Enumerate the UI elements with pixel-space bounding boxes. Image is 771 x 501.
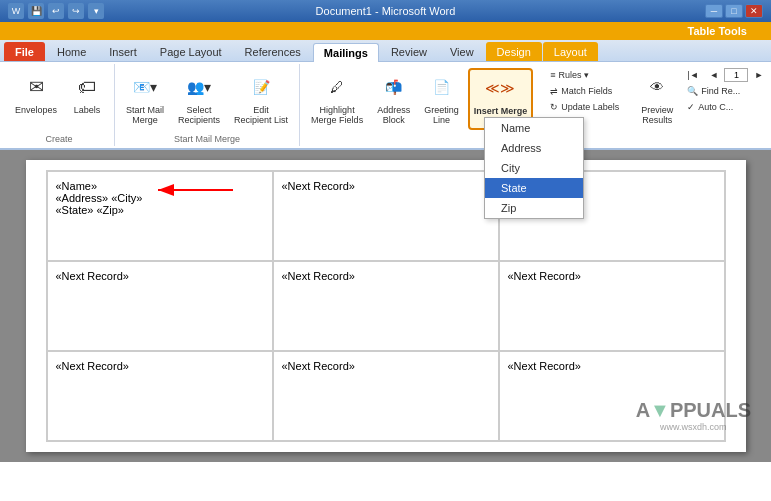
red-arrow	[148, 180, 238, 200]
ribbon-group-start-mail-merge: 📧▾ Start MailMerge 👥▾ SelectRecipients 📝…	[115, 64, 300, 146]
highlight-merge-fields-label: HighlightMerge Fields	[311, 105, 363, 125]
edit-recipient-list-icon: 📝	[245, 71, 277, 103]
next-record-1-1: «Next Record»	[282, 270, 490, 282]
tab-references[interactable]: References	[234, 42, 312, 61]
label-cell-0-0: «Name» «Address» «City» «State» «Zip»	[47, 171, 273, 261]
table-tools-label: Table Tools	[676, 23, 760, 39]
select-recipients-label: SelectRecipients	[178, 105, 220, 125]
tab-design[interactable]: Design	[486, 42, 542, 61]
tab-mailings[interactable]: Mailings	[313, 43, 379, 62]
preview-results-button[interactable]: 👁 PreviewResults	[636, 68, 678, 128]
label-cell-2-0: «Next Record»	[47, 351, 273, 441]
save-icon[interactable]: 💾	[28, 3, 44, 19]
start-mail-merge-buttons: 📧▾ Start MailMerge 👥▾ SelectRecipients 📝…	[121, 66, 293, 132]
label-cell-1-1: «Next Record»	[273, 261, 499, 351]
rules-label: Rules ▾	[559, 70, 590, 80]
start-mail-merge-label: Start MailMerge	[126, 105, 164, 125]
update-labels-label: Update Labels	[561, 102, 619, 112]
first-record-button[interactable]: |◄	[682, 68, 703, 82]
labels-label: Labels	[74, 105, 101, 115]
label-cell-1-0: «Next Record»	[47, 261, 273, 351]
greeting-line-button[interactable]: 📄 GreetingLine	[419, 68, 464, 128]
window-controls: ─ □ ✕	[705, 4, 763, 18]
watermark-url: www.wsxdh.com	[636, 422, 751, 432]
envelopes-button[interactable]: ✉ Envelopes	[10, 68, 62, 118]
ribbon-group-create: ✉ Envelopes 🏷 Labels Create	[4, 64, 115, 146]
rules-button[interactable]: ≡ Rules ▾	[545, 68, 624, 82]
auto-check-button[interactable]: ✓ Auto C...	[682, 100, 771, 114]
greeting-line-icon: 📄	[425, 71, 457, 103]
create-group-label: Create	[46, 132, 73, 144]
select-recipients-icon: 👥▾	[183, 71, 215, 103]
label-cell-0-1: «Next Record»	[273, 171, 499, 261]
start-mail-merge-button[interactable]: 📧▾ Start MailMerge	[121, 68, 169, 128]
prev-record-button[interactable]: ◄	[705, 68, 724, 82]
customize-icon[interactable]: ▾	[88, 3, 104, 19]
address-block-button[interactable]: 📬 AddressBlock	[372, 68, 415, 128]
tab-home[interactable]: Home	[46, 42, 97, 61]
table-tools-bar: Table Tools	[0, 22, 771, 40]
labels-icon: 🏷	[71, 71, 103, 103]
label-grid: «Name» «Address» «City» «State» «Zip» «N…	[46, 170, 726, 442]
undo-icon[interactable]: ↩	[48, 3, 64, 19]
close-button[interactable]: ✕	[745, 4, 763, 18]
start-mail-merge-icon: 📧▾	[129, 71, 161, 103]
tab-review[interactable]: Review	[380, 42, 438, 61]
window-title: Document1 - Microsoft Word	[316, 5, 456, 17]
update-labels-icon: ↻	[550, 102, 558, 112]
next-record-button[interactable]: ►	[749, 68, 768, 82]
right-small-buttons: ≡ Rules ▾ ⇌ Match Fields ↻ Update Labels	[545, 68, 624, 114]
insert-merge-field-dropdown: Name Address City State Zip	[484, 117, 584, 219]
next-record-2-1: «Next Record»	[282, 360, 490, 372]
dropdown-item-city[interactable]: City	[485, 158, 583, 178]
auto-check-icon: ✓	[687, 102, 695, 112]
dropdown-item-address[interactable]: Address	[485, 138, 583, 158]
find-recipient-button[interactable]: 🔍 Find Re...	[682, 84, 771, 98]
preview-results-label: PreviewResults	[641, 105, 673, 125]
match-fields-icon: ⇌	[550, 86, 558, 96]
ribbon-tabs: File Home Insert Page Layout References …	[0, 40, 771, 62]
quick-access-toolbar: W 💾 ↩ ↪ ▾	[8, 3, 104, 19]
next-record-2-0: «Next Record»	[56, 360, 264, 372]
update-labels-button[interactable]: ↻ Update Labels	[545, 100, 624, 114]
address-block-icon: 📬	[378, 71, 410, 103]
document-area: «Name» «Address» «City» «State» «Zip» «N…	[0, 150, 771, 462]
next-record-2-2: «Next Record»	[508, 360, 716, 372]
tab-page-layout[interactable]: Page Layout	[149, 42, 233, 61]
edit-recipient-list-button[interactable]: 📝 EditRecipient List	[229, 68, 293, 128]
next-record-1-2: «Next Record»	[508, 270, 716, 282]
select-recipients-button[interactable]: 👥▾ SelectRecipients	[173, 68, 225, 128]
tab-insert[interactable]: Insert	[98, 42, 148, 61]
address-block-label: AddressBlock	[377, 105, 410, 125]
watermark: A▼PPUALS www.wsxdh.com	[636, 399, 751, 432]
envelopes-icon: ✉	[20, 71, 52, 103]
redo-icon[interactable]: ↪	[68, 3, 84, 19]
envelopes-label: Envelopes	[15, 105, 57, 115]
labels-button[interactable]: 🏷 Labels	[66, 68, 108, 118]
tab-layout[interactable]: Layout	[543, 42, 598, 61]
label-cell-1-2: «Next Record»	[499, 261, 725, 351]
dropdown-item-name[interactable]: Name	[485, 118, 583, 138]
record-nav: |◄ ◄ ► ►|	[682, 68, 771, 82]
edit-recipient-list-label: EditRecipient List	[234, 105, 288, 125]
tab-view[interactable]: View	[439, 42, 485, 61]
create-buttons: ✉ Envelopes 🏷 Labels	[10, 66, 108, 132]
maximize-button[interactable]: □	[725, 4, 743, 18]
start-mail-merge-label: Start Mail Merge	[174, 132, 240, 144]
insert-merge-field-icon: ≪≫	[484, 72, 516, 104]
next-record-1-0: «Next Record»	[56, 270, 264, 282]
match-fields-button[interactable]: ⇌ Match Fields	[545, 84, 624, 98]
greeting-line-label: GreetingLine	[424, 105, 459, 125]
find-icon: 🔍	[687, 86, 698, 96]
record-number-input[interactable]	[724, 68, 748, 82]
minimize-button[interactable]: ─	[705, 4, 723, 18]
dropdown-item-state[interactable]: State	[485, 178, 583, 198]
dropdown-item-zip[interactable]: Zip	[485, 198, 583, 218]
nav-buttons: |◄ ◄ ► ►| 🔍 Find Re... ✓ Auto C...	[682, 68, 771, 114]
watermark-logo: A▼PPUALS	[636, 399, 751, 422]
highlight-merge-fields-button[interactable]: 🖊 HighlightMerge Fields	[306, 68, 368, 128]
match-fields-label: Match Fields	[561, 86, 612, 96]
auto-check-label: Auto C...	[698, 102, 733, 112]
tab-file[interactable]: File	[4, 42, 45, 61]
word-icon: W	[8, 3, 24, 19]
